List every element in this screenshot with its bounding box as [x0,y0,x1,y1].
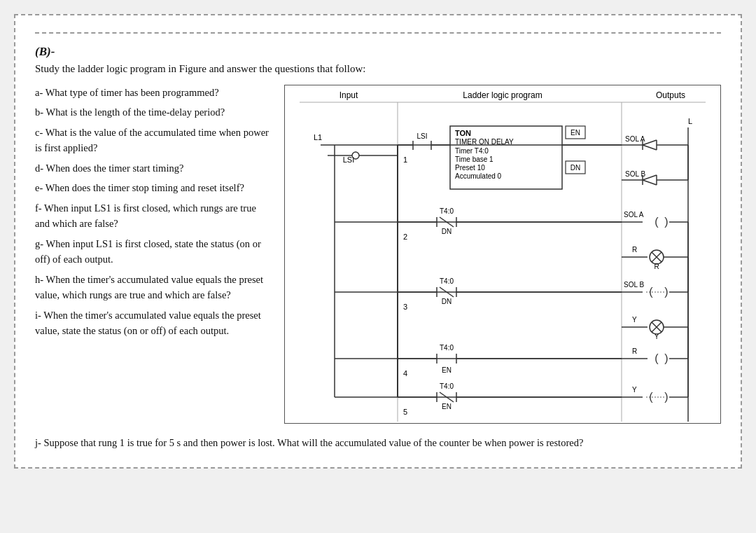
section-title: (B)- [35,45,721,59]
question-a: a- What type of timer has been programme… [35,85,273,100]
svg-text:Ladder logic program: Ladder logic program [463,90,542,100]
question-c: c- What is the value of the accumulated … [35,125,273,156]
svg-text:SOL A: SOL A [624,211,644,219]
ladder-svg: Input Ladder logic program Outputs L1 LS… [285,85,720,422]
svg-text:4: 4 [403,369,407,378]
svg-text:DN: DN [570,164,580,172]
svg-text:(: ( [654,352,659,364]
ladder-diagram: Input Ladder logic program Outputs L1 LS… [284,85,721,424]
svg-text:T4:0: T4:0 [440,207,454,215]
svg-text:EN: EN [442,366,451,374]
svg-text:(: ( [654,216,659,228]
svg-text:Y: Y [632,316,637,324]
svg-text:): ) [664,286,668,298]
svg-text:Timer         T4:0: Timer T4:0 [455,147,489,155]
svg-text:DN: DN [442,298,451,305]
top-border [35,32,721,34]
question-b: b- What is the length of the time-delay … [35,104,273,120]
question-h: h- When the timer's accumulated value eq… [35,272,273,303]
questions-panel: a- What type of timer has been programme… [35,85,273,343]
svg-text:T4:0: T4:0 [440,277,454,285]
svg-text:TIMER ON DELAY: TIMER ON DELAY [455,138,514,146]
svg-text:TON: TON [455,129,471,137]
question-g: g- When input LS1 is first closed, state… [35,236,273,268]
question-d: d- When does the timer start timing? [35,160,273,176]
svg-text:): ) [664,352,668,364]
svg-text:Outputs: Outputs [656,90,685,100]
svg-line-46 [643,180,657,185]
svg-text:Y: Y [632,386,637,394]
svg-text:1: 1 [403,155,407,164]
svg-text:(: ( [649,391,653,403]
svg-text:R: R [654,263,659,270]
svg-text:SOL B: SOL B [624,281,644,289]
study-text: Study the ladder logic program in Figure… [35,63,721,75]
svg-text:T4:0: T4:0 [440,382,454,390]
svg-text:L1: L1 [314,133,322,141]
svg-text:2: 2 [403,233,407,241]
svg-text:5: 5 [403,408,407,416]
question-j: j- Suppose that rung 1 is true for 5 s a… [35,435,721,450]
main-content: a- What type of timer has been programme… [35,85,721,424]
svg-text:L: L [688,117,692,125]
svg-text:3: 3 [403,303,407,311]
svg-text:EN: EN [570,129,580,137]
svg-text:T4:0: T4:0 [440,344,454,352]
svg-text:(: ( [649,286,653,298]
svg-text:): ) [664,216,668,228]
svg-text:Preset         10: Preset 10 [455,164,485,172]
svg-text:Time base       1: Time base 1 [455,155,493,163]
svg-text:EN: EN [442,403,451,410]
svg-text:Y: Y [654,333,659,340]
question-e: e- When does the timer stop timing and r… [35,180,273,195]
svg-text:Input: Input [340,90,358,100]
svg-text:Accumulated      0: Accumulated 0 [455,172,502,180]
svg-line-39 [643,145,657,150]
question-i: i- When the timer's accumulated value eq… [35,307,273,339]
question-f: f- When input LS1 is first closed, which… [35,200,273,232]
svg-text:): ) [664,391,668,403]
svg-text:LSI: LSI [416,132,427,140]
svg-text:DN: DN [442,228,451,235]
svg-text:R: R [632,246,637,254]
page: (B)- Study the ladder logic program in F… [14,14,742,469]
svg-text:R: R [632,347,637,355]
